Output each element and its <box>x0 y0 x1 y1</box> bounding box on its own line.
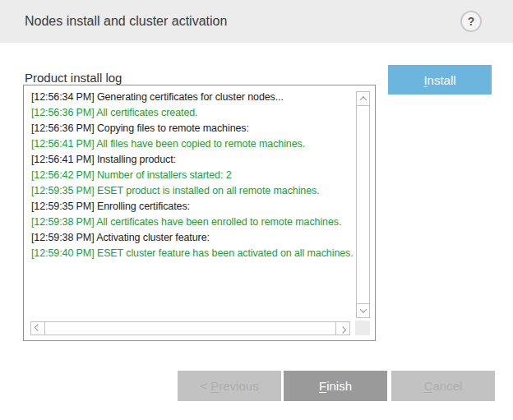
scroll-left-button[interactable] <box>31 322 45 335</box>
finish-button-label: Finish <box>319 379 352 393</box>
cancel-button: Cancel <box>391 371 495 401</box>
page-title: Nodes install and cluster activation <box>25 0 227 43</box>
previous-button: < Previous <box>178 371 281 401</box>
log-entries: [12:56:34 PM] Generating certificates fo… <box>31 90 357 261</box>
horizontal-scrollbar[interactable] <box>30 321 350 335</box>
log-entry: [12:56:34 PM] Generating certificates fo… <box>31 90 357 105</box>
chevron-left-icon <box>35 324 41 330</box>
previous-button-label: < Previous <box>200 379 258 393</box>
log-label: Product install log <box>25 71 122 85</box>
scroll-right-button[interactable] <box>335 322 349 335</box>
log-entry: [12:56:36 PM] All certificates created. <box>31 105 357 121</box>
finish-button[interactable]: Finish <box>284 371 387 401</box>
question-mark-icon: ? <box>468 15 475 28</box>
chevron-up-icon <box>359 96 366 103</box>
log-entry: [12:59:35 PM] Enrolling certificates: <box>31 199 357 215</box>
log-entry: [12:56:42 PM] Number of installers start… <box>31 168 357 183</box>
log-entry: [12:59:40 PM] ESET cluster feature has b… <box>31 246 357 261</box>
install-button[interactable]: Install <box>388 65 492 95</box>
scroll-up-button[interactable] <box>357 92 369 106</box>
log-entry: [12:56:41 PM] All files have been copied… <box>31 136 357 152</box>
scrollbar-corner <box>355 321 370 335</box>
chevron-right-icon <box>340 326 346 333</box>
log-entry: [12:59:35 PM] ESET product is installed … <box>31 183 357 199</box>
log-entry: [12:56:41 PM] Installing product: <box>31 152 357 168</box>
install-button-label: Install <box>423 73 455 87</box>
log-entry: [12:59:38 PM] Activating cluster feature… <box>31 230 357 246</box>
vertical-scrollbar[interactable] <box>356 91 370 318</box>
scroll-down-button[interactable] <box>357 303 369 317</box>
cancel-button-label: Cancel <box>424 379 463 393</box>
log-entry: [12:56:36 PM] Copying files to remote ma… <box>31 121 357 136</box>
chevron-down-icon <box>359 306 366 312</box>
help-button[interactable]: ? <box>460 11 482 32</box>
product-install-log-box[interactable]: [12:56:34 PM] Generating certificates fo… <box>23 85 376 341</box>
log-entry: [12:59:38 PM] All certificates have been… <box>31 215 357 230</box>
titlebar: Nodes install and cluster activation ? <box>0 0 513 43</box>
